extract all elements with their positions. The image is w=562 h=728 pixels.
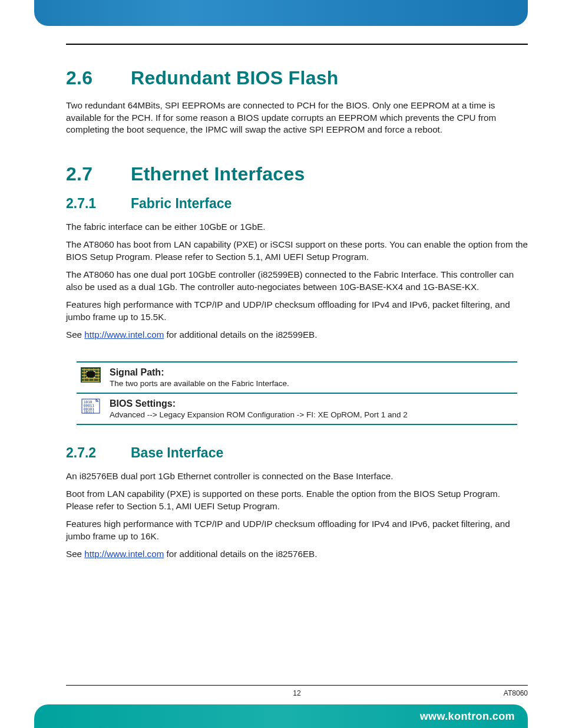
paragraph: Features high performance with TCP/IP an… bbox=[66, 518, 528, 542]
heading-title: Redundant BIOS Flash bbox=[131, 67, 339, 89]
paragraph: The AT8060 has boot from LAN capability … bbox=[66, 239, 528, 263]
paragraph: See http://www.intel.com for additional … bbox=[66, 548, 528, 561]
note-block: Signal Path: The two ports are available… bbox=[77, 361, 517, 425]
note-body: Signal Path: The two ports are available… bbox=[110, 366, 289, 389]
text: See bbox=[66, 330, 84, 340]
heading-number: 2.6 bbox=[66, 67, 131, 89]
paragraph: Boot from LAN capability (PXE) is suppor… bbox=[66, 488, 528, 512]
heading-number: 2.7 bbox=[66, 163, 131, 185]
svg-rect-5 bbox=[94, 377, 95, 378]
note-title: BIOS Settings: bbox=[110, 398, 408, 409]
svg-rect-1 bbox=[87, 371, 95, 377]
svg-text:10111: 10111 bbox=[84, 410, 94, 414]
paragraph: Two redundant 64MBits, SPI EEPROMs are c… bbox=[66, 100, 528, 136]
paragraph: An i82576EB dual port 1Gb Ethernet contr… bbox=[66, 470, 528, 483]
note-title: Signal Path: bbox=[110, 367, 289, 378]
page-number: 12 bbox=[293, 689, 300, 697]
svg-rect-2 bbox=[86, 371, 88, 372]
heading-2-7: 2.7 Ethernet Interfaces bbox=[66, 163, 528, 185]
paragraph: The AT8060 has one dual port 10GbE contr… bbox=[66, 269, 528, 293]
svg-rect-4 bbox=[86, 377, 88, 378]
heading-number: 2.7.1 bbox=[66, 196, 131, 212]
note-bios-settings: 1010 00011 00101 10111 BIOS Settings: Ad… bbox=[77, 394, 517, 425]
circuit-board-icon bbox=[80, 366, 101, 384]
document-page: 2.6 Redundant BIOS Flash Two redundant 6… bbox=[0, 0, 562, 728]
heading-number: 2.7.2 bbox=[66, 445, 131, 461]
binary-code-icon: 1010 00011 00101 10111 bbox=[80, 397, 101, 415]
svg-rect-3 bbox=[94, 371, 95, 372]
header-banner bbox=[34, 0, 528, 26]
footer-right: AT8060 bbox=[504, 689, 528, 697]
heading-title: Base Interface bbox=[131, 445, 223, 461]
note-text: The two ports are available on the Fabri… bbox=[110, 379, 289, 388]
footer-center: 12 bbox=[66, 689, 528, 697]
heading-title: Ethernet Interfaces bbox=[131, 163, 305, 185]
text: for additional details on the i82599EB. bbox=[164, 330, 317, 340]
footer-rule bbox=[66, 685, 528, 686]
heading-2-7-2: 2.7.2 Base Interface bbox=[66, 445, 528, 461]
header-rule bbox=[66, 44, 528, 45]
intel-link[interactable]: http://www.intel.com bbox=[84, 330, 164, 340]
note-body: BIOS Settings: Advanced --> Legacy Expan… bbox=[110, 397, 408, 420]
heading-title: Fabric Interface bbox=[131, 196, 232, 212]
content-area: 2.6 Redundant BIOS Flash Two redundant 6… bbox=[66, 64, 528, 669]
intel-link[interactable]: http://www.intel.com bbox=[84, 549, 164, 559]
text: for additional details on the i82576EB. bbox=[164, 549, 317, 559]
paragraph: The fabric interface can be either 10GbE… bbox=[66, 221, 528, 233]
note-text: Advanced --> Legacy Expansion ROM Config… bbox=[110, 410, 408, 419]
footer-banner: www.kontron.com bbox=[34, 704, 528, 728]
footer-url: www.kontron.com bbox=[420, 710, 515, 723]
heading-2-7-1: 2.7.1 Fabric Interface bbox=[66, 196, 528, 212]
text: See bbox=[66, 549, 84, 559]
paragraph: See http://www.intel.com for additional … bbox=[66, 329, 528, 341]
note-signal-path: Signal Path: The two ports are available… bbox=[77, 361, 517, 394]
paragraph: Features high performance with TCP/IP an… bbox=[66, 299, 528, 323]
heading-2-6: 2.6 Redundant BIOS Flash bbox=[66, 67, 528, 89]
